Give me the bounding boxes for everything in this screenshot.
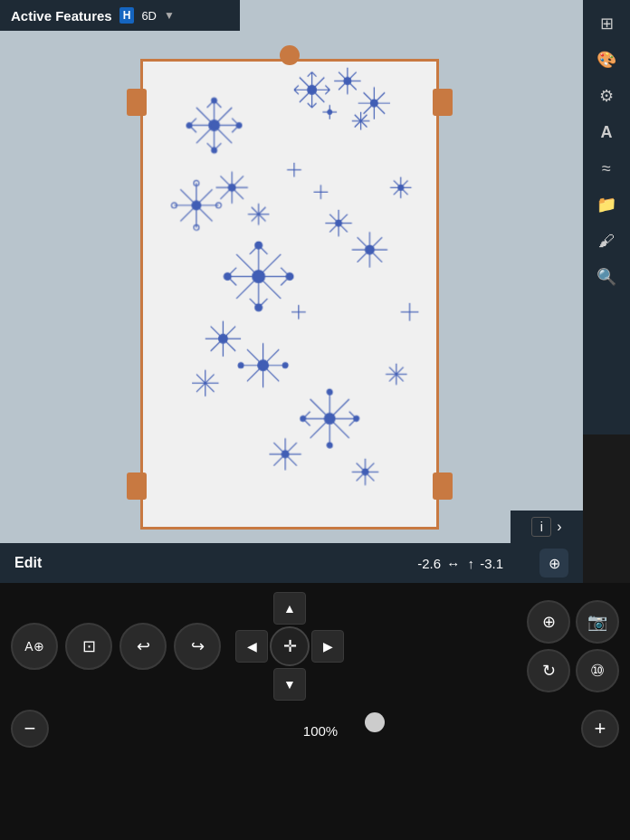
folder-icon[interactable]: 📁	[590, 188, 623, 221]
svg-point-117	[301, 416, 306, 422]
font-icon[interactable]: A	[590, 116, 623, 148]
svg-point-60	[228, 184, 235, 191]
auto-digitize-button[interactable]: A⊕	[11, 623, 58, 670]
svg-point-103	[282, 363, 288, 368]
right-icon-group: ⊕ 📷 ↻ ⑩	[527, 600, 619, 692]
controls-row-2: − 100% +	[0, 710, 630, 755]
directional-pad: ▲ ◀ ✛ ▶ ▼	[235, 592, 344, 701]
svg-point-17	[344, 77, 351, 84]
svg-point-22	[370, 100, 377, 107]
zoom-area: 100%	[65, 720, 565, 739]
controls-area: A⊕ ⊡ ↩ ↪ ▲ ◀ ✛ ▶ ▼ ⊕ 📷 ↻ ⑩ − 100% +	[0, 583, 630, 840]
svg-point-130	[362, 469, 368, 475]
dpad-center-button[interactable]: ✛	[270, 626, 310, 666]
hoop-frame	[140, 59, 439, 530]
header-title: Active Features	[11, 8, 112, 24]
svg-point-45	[212, 98, 217, 103]
svg-line-8	[325, 90, 329, 94]
controls-row-1: A⊕ ⊡ ↩ ↪ ▲ ◀ ✛ ▶ ▼ ⊕ 📷 ↻ ⑩	[0, 583, 630, 710]
search-icon[interactable]: 🔍	[590, 261, 623, 293]
svg-point-120	[327, 443, 332, 448]
mode-label: Edit	[14, 555, 42, 571]
coordinates-display: -2.6 ↔ ↑ -3.1	[417, 556, 503, 571]
rotate-button[interactable]: ↻	[527, 649, 570, 692]
svg-point-86	[336, 220, 342, 226]
settings-icon[interactable]: ⚙	[590, 80, 623, 112]
svg-line-9	[308, 72, 312, 77]
dpad-right-button[interactable]: ▶	[311, 630, 344, 663]
palette-icon[interactable]: 🎨	[590, 43, 623, 76]
header-badge: H	[119, 7, 135, 24]
dpad-down-button[interactable]: ▼	[273, 668, 306, 701]
zoom-in-button[interactable]: +	[581, 710, 619, 748]
photo-button[interactable]: 📷	[576, 600, 619, 644]
svg-point-101	[258, 360, 269, 371]
canvas-area: i ›	[0, 0, 583, 543]
right-toolbar: ⊞ 🎨 ⚙ A ≈ 📁 🖌 🔍	[583, 0, 630, 434]
undo-button[interactable]: ↩	[119, 623, 167, 670]
svg-point-141	[398, 185, 404, 190]
svg-point-51	[192, 201, 201, 210]
move-icon-button[interactable]: ⊕	[527, 600, 570, 644]
svg-point-112	[324, 414, 335, 425]
svg-point-44	[236, 123, 242, 129]
svg-point-25	[328, 110, 332, 114]
svg-point-79	[286, 272, 293, 280]
svg-line-7	[325, 85, 329, 90]
status-bar: Edit -2.6 ↔ ↑ -3.1 ⊕	[0, 543, 583, 583]
svg-point-80	[255, 242, 262, 249]
info-bar: i ›	[511, 511, 583, 543]
svg-point-4	[308, 85, 317, 94]
svg-point-46	[212, 148, 217, 153]
svg-point-96	[218, 334, 227, 343]
svg-point-69	[253, 270, 265, 282]
layers-icon[interactable]: ⊞	[590, 7, 623, 40]
paint-icon[interactable]: 🖌	[590, 224, 623, 257]
svg-point-81	[255, 304, 262, 311]
numeric-button[interactable]: ⑩	[576, 649, 619, 692]
header-chevron-icon[interactable]: ▼	[164, 9, 175, 22]
svg-point-102	[238, 363, 243, 368]
zoom-label: 100%	[65, 723, 565, 739]
svg-point-91	[365, 245, 374, 254]
svg-point-78	[224, 272, 231, 280]
zoom-thumb[interactable]	[365, 712, 385, 732]
svg-point-119	[327, 389, 332, 395]
dpad-up-button[interactable]: ▲	[273, 592, 306, 625]
svg-line-11	[308, 103, 312, 108]
svg-line-5	[294, 85, 299, 90]
dpad-left-button[interactable]: ◀	[235, 630, 268, 663]
zoom-out-button[interactable]: −	[11, 710, 49, 748]
redo-button[interactable]: ↪	[174, 623, 221, 670]
embroidery-design	[143, 62, 436, 527]
svg-line-12	[312, 103, 317, 108]
stitch-pattern-icon[interactable]: ≈	[590, 152, 623, 185]
svg-point-43	[186, 123, 192, 129]
svg-point-34	[209, 120, 220, 131]
expand-arrow-icon[interactable]: ›	[557, 519, 561, 535]
move-mode-icon[interactable]: ⊕	[539, 549, 568, 578]
header: Active Features H 6D ▼	[0, 0, 240, 31]
svg-line-6	[294, 90, 299, 94]
svg-point-125	[282, 451, 289, 458]
info-icon[interactable]: i	[531, 517, 551, 537]
transform-button[interactable]: ⊡	[65, 623, 112, 670]
svg-point-118	[354, 416, 359, 422]
header-model: 6D	[141, 9, 157, 23]
svg-line-10	[312, 72, 317, 77]
